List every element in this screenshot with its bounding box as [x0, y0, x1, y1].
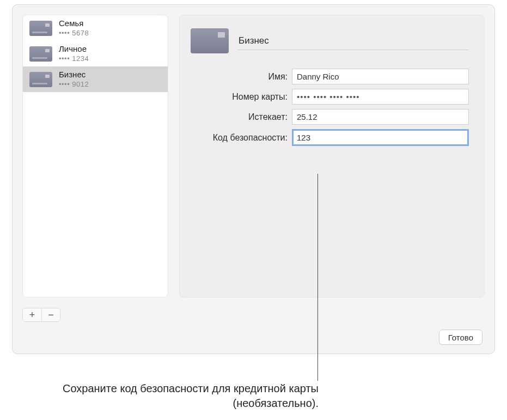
card-title: Семья: [59, 19, 89, 29]
credit-card-icon: [29, 21, 52, 36]
cardholder-name-input[interactable]: [292, 69, 469, 84]
security-code-input[interactable]: [292, 129, 469, 146]
content-area: Семья •••• 5678 Личное •••• 1234 Бизнес …: [13, 5, 494, 307]
card-detail-panel: Имя: Номер карты: Истекает: Код безопасн…: [179, 15, 485, 297]
expires-label: Истекает:: [191, 112, 292, 122]
card-title: Бизнес: [59, 70, 89, 80]
autofill-cards-window: Семья •••• 5678 Личное •••• 1234 Бизнес …: [12, 4, 495, 354]
card-last4: •••• 5678: [59, 29, 89, 38]
expiry-input[interactable]: [292, 109, 469, 125]
card-last4: •••• 1234: [59, 54, 89, 63]
security-label: Код безопасности:: [191, 133, 292, 143]
credit-card-icon: [29, 72, 52, 87]
form-row-security: Код безопасности:: [191, 129, 469, 146]
callout-leader-line: [317, 174, 318, 381]
card-label: Личное •••• 1234: [59, 44, 89, 63]
credit-card-icon: [29, 46, 52, 62]
card-list-sidebar: Семья •••• 5678 Личное •••• 1234 Бизнес …: [22, 15, 168, 297]
name-label: Имя:: [191, 72, 292, 82]
card-description-input[interactable]: [237, 32, 469, 50]
credit-card-icon-large: [191, 28, 229, 53]
number-label: Номер карты:: [191, 92, 292, 102]
card-label: Семья •••• 5678: [59, 19, 89, 38]
add-card-button[interactable]: +: [23, 308, 41, 321]
list-toolbar: + −: [22, 308, 60, 322]
card-list-item[interactable]: Семья •••• 5678: [23, 15, 168, 41]
done-button[interactable]: Готово: [439, 330, 482, 345]
form-row-number: Номер карты:: [191, 89, 469, 105]
form-row-name: Имя:: [191, 69, 469, 84]
card-number-input[interactable]: [292, 89, 469, 105]
callout-caption: Сохраните код безопасности для кредитной…: [57, 381, 319, 411]
card-label: Бизнес •••• 9012: [59, 70, 89, 89]
form-row-expires: Истекает:: [191, 109, 469, 125]
card-list-item-selected[interactable]: Бизнес •••• 9012: [23, 66, 168, 92]
card-last4: •••• 9012: [59, 80, 89, 89]
detail-header: [191, 28, 469, 53]
remove-card-button[interactable]: −: [41, 308, 60, 321]
card-list-item[interactable]: Личное •••• 1234: [23, 41, 168, 66]
card-title: Личное: [59, 44, 89, 54]
